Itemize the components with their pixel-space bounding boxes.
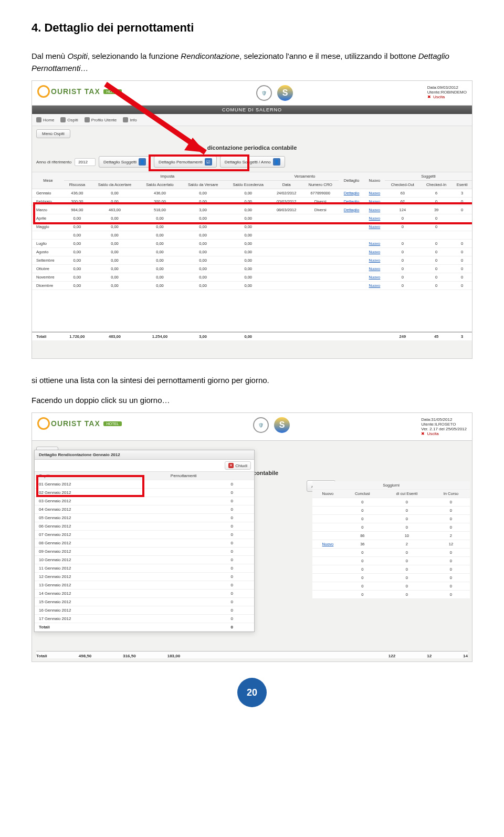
nav-home[interactable]: Home [36,117,54,122]
dettaglio-pernottamenti-button[interactable]: Dettaglio Pernottamenti ☑ [154,156,217,168]
intro-paragraph: Dal menù Ospiti, selezionando la funzion… [32,50,472,74]
table-row: Dicembre0,000,000,000,000,00Nuovo000 [32,282,472,290]
bottom-totals: Totali 498,50 316,50 183,00 122 12 14 [36,651,468,658]
header-user-2: Utente:ILROSETO [421,422,467,427]
app-logo: OURIST TAX HOTEL [37,85,122,98]
profile-icon [85,117,90,122]
totals-riscossa: 1.720,00 [64,332,90,341]
intro-mid: , selezionando la funzione [88,51,181,60]
bt-f: 14 [463,654,468,658]
menu-ospiti-button[interactable]: Menù Ospiti [36,129,70,138]
content-title: dicontazione periodica contabile [32,144,472,151]
th-esenti: Esenti [452,181,472,189]
header-date-2: Data:31/05/2012 [421,417,467,422]
table-row: Gennaio436,000,00436,000,000,0024/02/201… [32,189,472,198]
table-row: Settembre0,000,000,000,000,00Nuovo000 [32,256,472,265]
th-soggiorni: Soggiorni [312,481,470,490]
totals-eccedenza: 0,00 [225,332,271,341]
logo-o-icon [37,417,50,430]
table-row: Agosto0,000,000,000,000,00Nuovo000 [32,248,472,256]
table-row: 0,000,000,000,000,00 [32,231,472,240]
close-button[interactable]: ✕ Chiudi [225,461,251,470]
list-item[interactable]: 15 Gennaio 20120 [35,598,254,606]
list-item[interactable]: 11 Gennaio 20120 [35,564,254,573]
app-header-2: OURIST TAX HOTEL 🛡️ S Data:31/05/2012 Ut… [32,413,472,441]
th-incorso: In Corso [432,490,470,498]
calendar-icon: ☑ [205,158,212,166]
bt-a: 498,50 [79,654,91,658]
list-item[interactable]: 03 Gennaio 20120 [35,497,254,505]
bt-c: 183,00 [167,654,180,658]
list-item[interactable]: 12 Gennaio 20120 [35,573,254,581]
totals-es: 3 [452,332,472,341]
list-item[interactable]: 14 Gennaio 20120 [35,590,254,598]
table-row: Aprile0,000,000,000,000,00Nuovo00 [32,214,472,223]
intro-pre: Dal menù [32,51,67,60]
list-item[interactable]: 02 Gennaio 20120 [35,489,254,497]
logout-link[interactable]: ✖ Uscita [427,95,467,99]
list-item[interactable]: 16 Gennaio 20120 [35,606,254,615]
header-right-2: Data:31/05/2012 Utente:ILROSETO Ver. 2.1… [421,417,467,436]
home-icon [36,117,41,122]
nav-info[interactable]: Info [123,117,136,122]
dett-pern-label: Dettaglio Pernottamenti [159,160,203,164]
th-riscossa: Riscossa [64,181,90,189]
table-row: Marzo984,00463,00518,003,000,0008/03/201… [32,206,472,214]
dettaglio-soggetti-button[interactable]: Dettaglio Soggetti 👤 [99,156,151,168]
list-item[interactable]: 05 Gennaio 20120 [35,514,254,522]
th-accertato: Saldo Accertato [139,181,181,189]
th-soggetti-group: Soggetti [385,172,472,181]
totals-ci: 45 [421,332,452,341]
list-item[interactable]: 10 Gennaio 20120 [35,556,254,564]
bt-d: 122 [388,654,395,658]
totals-label: Totali [32,332,64,341]
user-icon: 👤 [139,158,146,166]
th-conclusi: Conclusi [343,490,382,498]
nav-profilo-label: Profilo Utente [91,118,117,122]
list-item[interactable]: 06 Gennaio 20120 [35,522,254,531]
intro-post: , selezionato l'anno e il mese, utilizza… [239,51,418,60]
logout-link-2[interactable]: ✖ Uscita [421,431,467,436]
th-imposta-group: Imposta [64,172,271,181]
list-item[interactable]: 09 Gennaio 20120 [35,547,254,556]
logo-text: OURIST TAX [51,87,100,96]
list-item[interactable]: 08 Gennaio 20120 [35,539,254,547]
dettaglio-soggetti-anno-button[interactable]: Dettaglio Soggetti / Anno 👤 [220,156,285,168]
list-item[interactable]: 13 Gennaio 20120 [35,581,254,590]
guests-icon [60,117,66,122]
nav-profilo[interactable]: Profilo Utente [85,117,117,122]
list-item[interactable]: 17 Gennaio 20120 [35,615,254,623]
s-badge-icon: S [277,85,293,101]
totals-accertato: 1.254,00 [139,332,181,341]
header-date: Data:09/03/2012 [427,85,467,90]
close-label: Chiudi [235,463,247,468]
bt-e: 12 [427,654,432,658]
app-header: OURIST TAX HOTEL 🛡️ S Data:09/03/2012 Ut… [32,81,472,106]
rendicontazione-table: Mese Imposta Versamento Dettaglio Nuovo … [32,172,472,341]
nav-ospiti[interactable]: Ospiti [60,117,78,122]
anno-select[interactable]: 2012 [75,158,96,166]
totals-versare: 3,00 [181,332,225,341]
nav-ospiti-label: Ospiti [67,118,78,122]
table-row: Nuovo36212 [312,540,470,549]
list-item[interactable]: 04 Gennaio 20120 [35,505,254,514]
list-item[interactable]: 01 Gennaio 20120 [35,480,254,489]
app-logo-2: OURIST TAX HOTEL [37,417,122,430]
city-crest-icon: 🛡️ [256,85,272,101]
table-row: 000 [312,523,470,532]
header-center-2: 🛡️ S [253,417,290,433]
th-checked-in: Checked-In [421,181,452,189]
table-row: 000 [312,582,470,591]
bt-b: 316,50 [123,654,135,658]
page-number-badge: 20 [237,678,267,707]
anno-label: Anno di riferimento [36,160,71,164]
table-row: Luglio0,000,000,000,000,00Nuovo000 [32,240,472,248]
s-badge-icon: S [274,417,290,433]
nav-home-label: Home [43,118,54,122]
bt-label: Totali [36,654,47,658]
dialog-totali-label: Totali [35,623,166,632]
nav-info-label: Info [130,118,136,122]
close-icon: ✕ [228,463,234,468]
table-row: 86102 [312,532,470,540]
list-item[interactable]: 07 Gennaio 20120 [35,531,254,539]
